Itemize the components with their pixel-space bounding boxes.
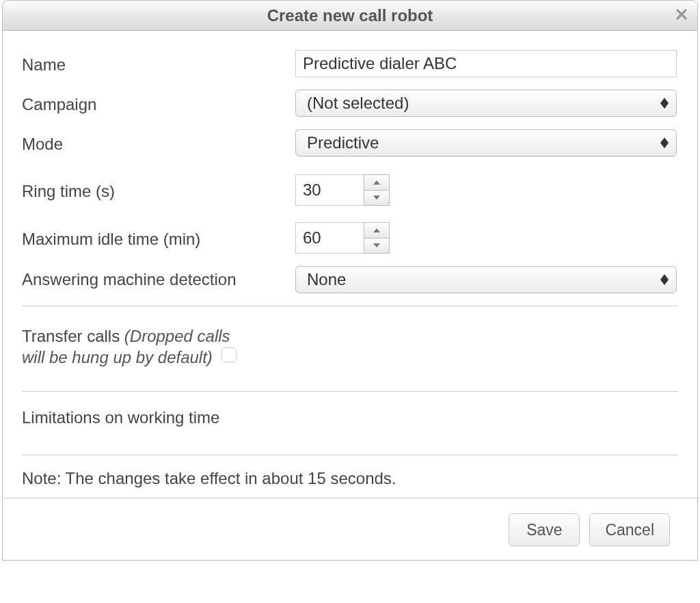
max-idle-down-button[interactable] [364,238,390,254]
row-max-idle: Maximum idle time (min) [22,222,678,254]
ring-time-down-button[interactable] [364,190,390,206]
dialog: Create new call robot Name Campaign (Not… [2,0,698,561]
limitations-heading: Limitations on working time [22,408,678,427]
campaign-select[interactable]: (Not selected) [295,90,677,117]
chevron-down-icon [373,243,380,247]
transfer-checkbox[interactable] [221,347,237,362]
label-max-idle: Maximum idle time (min) [22,226,295,250]
cancel-button[interactable]: Cancel [589,513,670,546]
svg-marker-5 [373,196,380,200]
dialog-footer: Save Cancel [22,498,678,553]
close-button[interactable] [673,7,690,25]
ring-time-up-button[interactable] [364,174,390,190]
close-icon [675,8,688,24]
ring-time-input[interactable] [295,174,364,206]
dialog-body: Name Campaign (Not selected) [3,31,697,560]
row-name: Name [22,50,678,77]
chevron-down-icon [373,196,380,200]
dialog-title: Create new call robot [267,6,433,25]
campaign-value: (Not selected) [307,94,409,113]
separator [22,306,678,306]
row-mode: Mode Predictive [22,129,678,157]
separator [22,391,678,392]
label-transfer-main: Transfer calls [22,327,124,345]
svg-marker-6 [373,228,380,232]
label-ring-time: Ring time (s) [22,178,295,202]
note-text: Note: The changes take effect in about 1… [22,469,678,488]
label-transfer: Transfer calls (Dropped calls will be hu… [22,323,254,368]
row-amd: Answering machine detection None [22,266,678,293]
label-campaign: Campaign [22,91,295,115]
separator [22,455,678,455]
chevron-up-icon [373,180,380,185]
label-mode: Mode [22,131,295,155]
svg-marker-7 [373,243,380,247]
max-idle-input[interactable] [295,222,364,254]
label-amd: Answering machine detection [22,266,295,290]
row-campaign: Campaign (Not selected) [22,90,678,117]
row-transfer: Transfer calls (Dropped calls will be hu… [22,323,678,384]
chevron-up-icon [373,228,380,232]
row-ring-time: Ring time (s) [22,174,678,206]
amd-select[interactable]: None [295,266,677,293]
mode-value: Predictive [307,133,379,152]
svg-marker-4 [373,180,380,185]
label-name: Name [22,51,295,75]
mode-select[interactable]: Predictive [295,129,677,157]
amd-value: None [307,270,346,289]
save-button[interactable]: Save [509,513,580,546]
dialog-header: Create new call robot [3,1,697,31]
max-idle-up-button[interactable] [364,222,390,238]
name-input[interactable] [295,50,677,77]
